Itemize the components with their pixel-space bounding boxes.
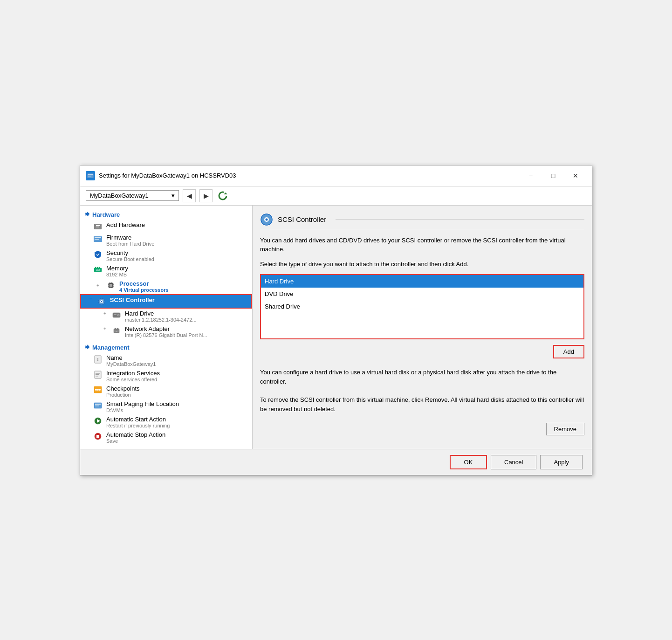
note1: You can configure a hard drive to use a … [260, 368, 584, 386]
svg-point-56 [266, 218, 268, 220]
svg-rect-32 [114, 314, 117, 315]
svg-rect-19 [108, 286, 109, 287]
svg-point-44 [95, 389, 97, 391]
sidebar-item-memory[interactable]: MM Memory 8192 MB [80, 263, 252, 279]
description1: You can add hard drives and CD/DVD drive… [260, 236, 584, 254]
svg-rect-2 [88, 176, 91, 177]
svg-text:I: I [97, 357, 99, 362]
svg-rect-49 [95, 406, 99, 406]
name-subtitle: MyDataBoxGateway1 [106, 361, 156, 367]
sidebar-item-auto-start[interactable]: Automatic Start Action Restart if previo… [80, 414, 252, 430]
management-label: Management [92, 344, 129, 351]
svg-point-31 [118, 315, 119, 316]
close-button[interactable]: ✕ [565, 169, 586, 182]
checkpoints-title: Checkpoints [106, 385, 140, 392]
sidebar-item-security[interactable]: Security Secure Boot enabled [80, 248, 252, 263]
add-hardware-title: Add Hardware [106, 221, 145, 228]
svg-point-46 [99, 389, 101, 391]
toolbar: MyDataBoxGateway1 ▾ ◀ ▶ [80, 186, 592, 206]
auto-stop-subtitle: Save [106, 438, 165, 444]
name-title: Name [106, 354, 156, 361]
security-icon [93, 250, 103, 259]
apply-button[interactable]: Apply [540, 455, 583, 469]
svg-rect-53 [96, 435, 99, 438]
sidebar-item-add-hardware[interactable]: Add Hardware [80, 220, 252, 233]
security-title: Security [106, 249, 154, 256]
svg-rect-1 [88, 174, 93, 175]
add-button[interactable]: Add [553, 345, 584, 358]
processor-icon [106, 281, 116, 290]
sidebar-item-firmware[interactable]: Firmware Boot from Hard Drive [80, 233, 252, 248]
auto-stop-icon [93, 432, 103, 441]
scsi-collapse-icon: − [89, 296, 93, 302]
minimize-button[interactable]: − [520, 169, 542, 182]
drive-list[interactable]: Hard Drive DVD Drive Shared Drive [260, 274, 584, 339]
sidebar-item-processor[interactable]: ＋ Processor [80, 279, 252, 294]
svg-rect-35 [117, 328, 118, 330]
checkpoints-subtitle: Production [106, 392, 140, 398]
ok-button[interactable]: OK [450, 455, 487, 469]
svg-rect-12 [95, 267, 96, 268]
hardware-label: Hardware [92, 211, 120, 218]
auto-start-title: Automatic Start Action [106, 416, 170, 423]
smart-paging-icon [93, 401, 103, 410]
memory-title: Memory [106, 265, 128, 272]
svg-rect-6 [96, 225, 100, 226]
svg-rect-14 [99, 267, 100, 268]
sidebar-item-name[interactable]: I Name MyDataBoxGateway1 [80, 353, 252, 368]
window-title: Settings for MyDataBoxGateway1 on HCSSRV… [99, 172, 236, 179]
svg-rect-7 [96, 227, 99, 227]
panel-divider [336, 219, 584, 220]
sidebar-item-checkpoints[interactable]: Checkpoints Production [80, 384, 252, 399]
smart-paging-title: Smart Paging File Location [106, 400, 179, 407]
auto-start-subtitle: Restart if previously running [106, 423, 170, 428]
drive-option-hard-drive[interactable]: Hard Drive [261, 275, 583, 288]
integration-services-title: Integration Services [106, 370, 160, 377]
nav-back-button[interactable]: ◀ [183, 189, 196, 202]
sidebar-item-hard-drive[interactable]: ＋ Hard Drive master.1.2.18252.1-304-2472… [80, 309, 252, 324]
refresh-button[interactable] [216, 189, 229, 202]
hard-drive-icon [112, 310, 121, 320]
cancel-button[interactable]: Cancel [491, 455, 536, 469]
svg-rect-42 [96, 376, 98, 377]
management-expand-icon: ✱ [85, 344, 89, 351]
svg-rect-24 [110, 287, 110, 288]
svg-rect-40 [96, 373, 100, 374]
sidebar-item-integration-services[interactable]: Integration Services Some services offer… [80, 368, 252, 384]
sidebar-item-smart-paging[interactable]: Smart Paging File Location D:\VMs [80, 399, 252, 414]
panel-header: SCSI Controller [260, 213, 584, 230]
vm-dropdown[interactable]: MyDataBoxGateway1 ▾ [86, 190, 179, 201]
panel-scsi-icon [260, 213, 273, 226]
sidebar-item-auto-stop[interactable]: Automatic Stop Action Save [80, 430, 252, 445]
hard-drive-subtitle: master.1.2.18252.1-304-2472... [125, 317, 197, 323]
svg-rect-48 [95, 404, 101, 405]
checkpoints-icon [93, 385, 103, 395]
remove-button[interactable]: Remove [546, 423, 584, 435]
security-subtitle: Secure Boot enabled [106, 256, 154, 262]
processor-expand-icon: ＋ [93, 281, 103, 290]
add-button-row: Add [260, 345, 584, 358]
dropdown-chevron-icon: ▾ [171, 192, 175, 199]
integration-services-subtitle: Some services offered [106, 377, 160, 382]
svg-point-45 [97, 389, 99, 391]
sidebar-item-scsi-controller[interactable]: − SCSI Controller [80, 294, 252, 309]
processor-title: Processor [119, 280, 169, 287]
description2: Select the type of drive you want to att… [260, 260, 584, 269]
svg-rect-10 [95, 239, 99, 240]
main-content: ✱ Hardware Add Hardware [80, 206, 592, 449]
refresh-icon [218, 191, 228, 201]
footer: OK Cancel Apply [80, 449, 592, 475]
name-icon: I [93, 355, 103, 364]
maximize-button[interactable]: □ [542, 169, 564, 182]
nav-forward-button[interactable]: ▶ [199, 189, 213, 202]
svg-rect-23 [111, 282, 112, 283]
sidebar-item-network-adapter[interactable]: ＋ Network Adapter Intel(R) 82576 Gigabit… [80, 324, 252, 339]
svg-rect-20 [113, 284, 114, 285]
svg-rect-18 [108, 284, 109, 285]
drive-option-dvd-drive[interactable]: DVD Drive [261, 288, 583, 300]
svg-rect-25 [111, 287, 112, 288]
hard-drive-title: Hard Drive [125, 310, 197, 317]
svg-rect-34 [115, 328, 116, 330]
drive-option-shared-drive[interactable]: Shared Drive [261, 300, 583, 313]
svg-rect-17 [110, 284, 112, 287]
